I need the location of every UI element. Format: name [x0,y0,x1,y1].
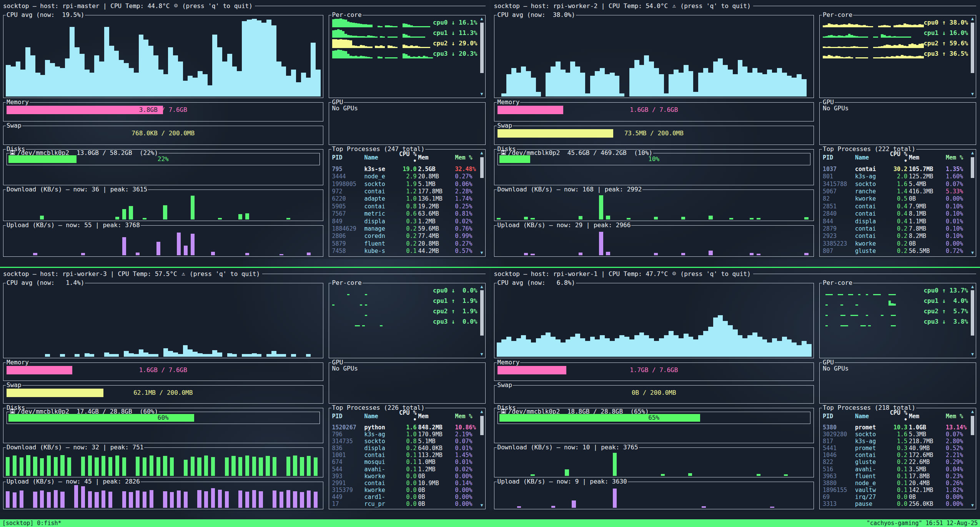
per-core-scrollbar[interactable]: ▲▼ [479,284,484,357]
scroll-up-icon[interactable]: ▲ [971,284,974,289]
process-row[interactable]: 5380promet10.31.0GB13.14% [823,424,969,431]
socktop-pane[interactable]: socktop — host: rpi-worker-2 | CPU Temp:… [491,0,980,259]
process-row[interactable]: 1896155vaultw0.1142.1MB1.82% [823,487,969,494]
process-row[interactable]: 5905contai0.819.2MB0.25% [332,203,478,210]
scroll-down-icon[interactable]: ▼ [481,91,483,96]
process-scrollbar[interactable]: ▲▼ [970,150,975,255]
col-mem[interactable]: Mem [909,413,944,420]
scroll-down-icon[interactable]: ▼ [971,250,974,255]
process-row[interactable]: 2991contai0.010.9MB0.14% [332,480,478,487]
col-cpu[interactable]: CPU % • [394,409,417,423]
scroll-down-icon[interactable]: ▼ [971,352,974,357]
process-row[interactable]: 2806coredn0.277.4MB0.99% [332,233,478,240]
process-scrollbar[interactable]: ▲▼ [479,150,484,255]
scroll-thumb[interactable] [971,23,974,73]
process-row[interactable]: 1001contai0.1113.2MB1.45% [332,452,478,459]
process-row[interactable]: 801k3s-ag2.0125.2MB1.60% [823,173,969,180]
scroll-thumb[interactable] [480,290,484,335]
scroll-track[interactable] [971,155,974,250]
scroll-thumb[interactable] [971,416,974,436]
process-row[interactable]: 972contai1.2177.8MB2.28% [332,188,478,195]
col-cpu[interactable]: CPU % • [394,151,417,165]
process-row[interactable]: 5879fluent0.220.8MB0.27% [332,240,478,247]
scroll-down-icon[interactable]: ▼ [481,250,483,255]
col-name[interactable]: Name [364,413,392,420]
process-row[interactable]: 69irq/270.00B0.00% [823,494,969,500]
process-row[interactable]: 1884629manage0.259.6MB0.76% [332,225,478,232]
col-mem-percent[interactable]: Mem % [946,413,969,420]
scroll-track[interactable] [480,414,484,503]
scroll-track[interactable] [480,289,484,352]
process-row[interactable]: 2851contai0.47.9MB0.10% [823,203,969,210]
per-core-scrollbar[interactable]: ▲▼ [970,284,975,357]
col-pid[interactable]: PID [823,154,854,161]
col-mem-percent[interactable]: Mem % [455,154,478,161]
process-row[interactable]: 796k3s-ag1.0170.9MB2.19% [332,431,478,438]
col-cpu[interactable]: CPU % • [884,409,907,423]
process-row[interactable]: 544avahi-0.11.2MB0.02% [332,466,478,473]
process-row[interactable]: 849displa0.31.2MB0.02% [332,218,478,225]
col-name[interactable]: Name [855,413,883,420]
process-row[interactable]: 795k3s-se19.02.5GB32.48% [332,165,478,173]
col-name[interactable]: Name [855,154,883,161]
col-mem-percent[interactable]: Mem % [455,413,478,420]
process-row[interactable]: 1998005sockto1.95.1MB0.06% [332,180,478,188]
col-mem[interactable]: Mem [909,154,944,161]
process-row[interactable]: 7567metric0.663.6MB0.81% [332,210,478,217]
per-core-scrollbar[interactable]: ▲▼ [479,16,484,96]
window-item-fish[interactable]: 0:fish* [37,520,61,527]
scroll-thumb[interactable] [480,23,484,73]
process-row[interactable]: 3963fluent0.117.8MB0.23% [823,473,969,480]
scroll-up-icon[interactable]: ▲ [971,16,974,21]
process-row[interactable]: 822gluste0.222.6MB0.29% [823,459,969,465]
socktop-pane[interactable]: socktop — host: rpi-worker-3 | CPU Temp:… [0,268,489,512]
scroll-track[interactable] [971,21,974,91]
scroll-track[interactable] [480,21,484,91]
process-row[interactable]: 674mosqui0.11.0MB0.01% [332,459,478,465]
scroll-thumb[interactable] [480,416,484,436]
process-row[interactable]: 3415788sockto1.65.4MB0.07% [823,180,969,188]
process-row[interactable]: 1520267python1.6848.2MB10.86% [332,424,478,431]
process-scrollbar[interactable]: ▲▼ [970,409,975,508]
scroll-down-icon[interactable]: ▼ [481,352,483,357]
process-row[interactable]: 1037contai30.2105.7MB1.35% [823,165,969,173]
scroll-up-icon[interactable]: ▲ [481,150,483,155]
process-row[interactable]: 393kworke0.00B0.00% [332,473,478,480]
scroll-up-icon[interactable]: ▲ [971,150,974,155]
col-name[interactable]: Name [364,154,392,161]
process-row[interactable]: 1046contai0.2172.6MB2.21% [823,452,969,459]
process-row[interactable]: 82kworke0.50B0.00% [823,195,969,203]
col-cpu[interactable]: CPU % • [884,151,907,165]
process-row[interactable]: 2879contai0.27.8MB0.10% [823,225,969,232]
process-scrollbar[interactable]: ▲▼ [479,409,484,508]
col-mem-percent[interactable]: Mem % [946,154,969,161]
process-row[interactable]: 844displa0.41.1MB0.01% [823,218,969,225]
process-row[interactable]: 3313pause0.0256.0KB0.00% [823,500,969,507]
scroll-track[interactable] [971,414,974,503]
scroll-up-icon[interactable]: ▲ [481,16,483,21]
scroll-down-icon[interactable]: ▼ [971,91,974,96]
col-pid[interactable]: PID [823,413,854,420]
process-row[interactable]: 3385223kworke0.20B0.00% [823,240,969,247]
scroll-track[interactable] [971,289,974,352]
process-row[interactable]: 2840contai0.48.1MB0.10% [823,210,969,217]
scroll-up-icon[interactable]: ▲ [971,409,974,414]
scroll-up-icon[interactable]: ▲ [481,409,483,414]
col-mem[interactable]: Mem [418,154,454,161]
process-row[interactable]: 3444node_e2.920.8MB0.27% [332,173,478,180]
process-row[interactable]: 817k3s-ag1.5218.7MB2.80% [823,438,969,445]
process-row[interactable]: 836displa0.2640.0KB0.01% [332,445,478,452]
socktop-pane[interactable]: socktop — host: rpi-master | CPU Temp: 4… [0,0,489,259]
process-row[interactable]: 17rcu_pr0.00B0.00% [332,500,478,507]
process-row[interactable]: 3880node_e0.120.4MB0.26% [823,480,969,487]
socktop-pane[interactable]: socktop — host: rpi-worker-1 | CPU Temp:… [491,268,980,512]
process-row[interactable]: 314735sockto0.85.1MB0.07% [332,438,478,445]
process-row[interactable]: 807gluste0.256.5MB0.72% [823,248,969,255]
scroll-thumb[interactable] [480,157,484,178]
scroll-down-icon[interactable]: ▼ [481,503,483,508]
process-row[interactable]: 315379kworke0.00B0.00% [332,487,478,494]
process-row[interactable]: 449card1-0.00B0.00% [332,494,478,500]
col-pid[interactable]: PID [332,154,363,161]
scroll-track[interactable] [480,155,484,250]
process-row[interactable]: 5067ranche1.4416.3MB5.33% [823,188,969,195]
